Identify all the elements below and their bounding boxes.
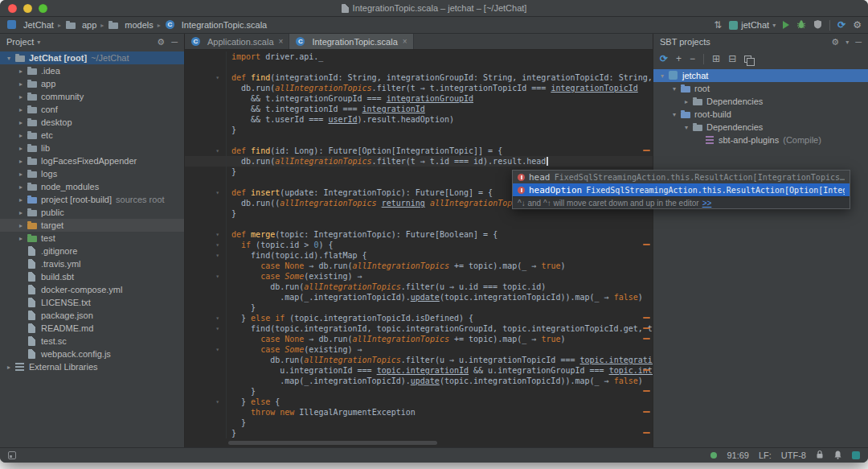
code-line[interactable]: ▾ case Some(existing) ⇒ [185, 344, 653, 355]
gear-icon[interactable]: ⚙ [831, 37, 839, 47]
file-encoding[interactable]: UTF-8 [781, 450, 806, 460]
sbt-tree-item[interactable]: ▸Dependencies [653, 95, 868, 108]
fold-arrow-icon[interactable]: ▾ [185, 271, 227, 282]
expand-arrow-icon[interactable]: ▸ [15, 119, 27, 126]
close-tab-icon[interactable]: × [403, 37, 407, 46]
fold-arrow-icon[interactable]: ▾ [185, 146, 227, 156]
expand-arrow-icon[interactable]: ▸ [15, 183, 27, 191]
code-line[interactable] [185, 219, 653, 229]
completion-item[interactable]: headFixedSqlStreamingAction.this.ResultA… [513, 171, 850, 183]
collapse-arrow-icon[interactable]: ▾ [3, 55, 14, 62]
fold-arrow-icon[interactable]: ▾ [185, 229, 227, 240]
error-stripe-mark[interactable] [643, 432, 650, 434]
fold-arrow-icon[interactable]: ▾ [185, 397, 227, 407]
event-log-icon[interactable] [852, 451, 860, 459]
code-line[interactable]: throw new IllegalArgumentException [185, 407, 653, 418]
project-tree-item[interactable]: ▸desktop [0, 116, 184, 129]
error-stripe-mark[interactable] [643, 390, 650, 392]
code-line[interactable]: ▾def find(integrationId: String, integra… [185, 72, 653, 83]
expand-arrow-icon[interactable]: ▸ [15, 209, 27, 216]
zoom-window-button[interactable] [39, 4, 47, 13]
fold-arrow-icon[interactable]: ▾ [185, 240, 227, 250]
code-line[interactable]: .map(_.integrationTopicId).update(topic.… [185, 292, 653, 302]
expand-arrow-icon[interactable]: ▸ [15, 68, 27, 75]
caret-position[interactable]: 91:69 [727, 450, 749, 460]
code-line[interactable] [185, 135, 653, 146]
remove-icon[interactable]: − [690, 54, 695, 64]
code-line[interactable]: } [185, 428, 653, 438]
debug-button[interactable] [796, 19, 806, 31]
expand-arrow-icon[interactable]: ▸ [15, 171, 27, 178]
collapse-arrow-icon[interactable]: ▾ [681, 124, 692, 131]
code-line[interactable]: && t.integrationGroupId === integrationG… [185, 93, 653, 104]
sbt-tree-item[interactable]: sbt-and-plugins(Compile) [653, 134, 868, 146]
project-tree-item[interactable]: webpack.config.js [0, 348, 184, 360]
refresh-icon[interactable]: ⟳ [660, 54, 668, 64]
editor-tab[interactable]: IntegrationTopic.scala× [289, 34, 413, 49]
project-tree-item[interactable]: ▸node_modules [0, 180, 184, 193]
editor-tab[interactable]: Application.scala× [185, 34, 289, 49]
fold-arrow-icon[interactable]: ▾ [185, 313, 227, 323]
breadcrumb-item[interactable]: models [108, 20, 153, 30]
project-tree-item[interactable]: README.md [0, 322, 184, 335]
gear-icon[interactable]: ⚙ [157, 37, 165, 47]
error-stripe-mark[interactable] [643, 327, 650, 329]
readonly-lock-icon[interactable] [816, 450, 824, 461]
code-line[interactable]: u.integrationId === topic.integrationId … [185, 365, 653, 376]
error-stripe-mark[interactable] [643, 338, 650, 339]
project-tree-item[interactable]: ▸.idea [0, 64, 184, 77]
fold-arrow-icon[interactable]: ▾ [185, 250, 227, 261]
expand-arrow-icon[interactable]: ▸ [681, 98, 692, 105]
expand-arrow-icon[interactable]: ▸ [15, 80, 27, 88]
expand-arrow-icon[interactable]: ▸ [15, 145, 27, 152]
expand-arrow-icon[interactable]: ▸ [15, 132, 27, 139]
project-tree-item[interactable]: ▸community [0, 90, 184, 103]
code-line[interactable]: && t.integrationId === integrationId [185, 104, 653, 114]
collapse-arrow-icon[interactable]: ▾ [669, 85, 680, 93]
expand-arrow-icon[interactable]: ▸ [15, 196, 27, 204]
project-tree-item[interactable]: LICENSE.txt [0, 296, 184, 309]
code-line[interactable]: case None ⇒ db.run(allIntegrationTopics … [185, 261, 653, 271]
line-separator[interactable]: LF: [759, 450, 772, 460]
error-stripe-mark[interactable] [643, 411, 650, 413]
breadcrumb-item[interactable]: JetChat [6, 20, 54, 30]
sbt-tree-item[interactable]: ▾root-build [653, 108, 868, 121]
coverage-button[interactable] [813, 19, 822, 31]
project-tree-item[interactable]: ▸target [0, 219, 184, 232]
close-window-button[interactable] [8, 4, 17, 13]
code-line[interactable]: ▾ } else if (topic.integrationTopicId.is… [185, 313, 653, 323]
completion-item[interactable]: headOptionFixedSqlStreamingAction.this.R… [513, 183, 850, 196]
collapse-arrow-icon[interactable]: ▾ [669, 111, 680, 118]
project-tree-item[interactable]: build.sbt [0, 270, 184, 283]
sbt-refresh-icon[interactable]: ⟳ [837, 20, 845, 30]
error-stripe-mark[interactable] [643, 369, 650, 371]
code-line[interactable]: ▾ case Some(existing) ⇒ [185, 271, 653, 282]
notifications-bell-icon[interactable] [833, 450, 842, 461]
code-line[interactable]: .map(_.integrationTopicId).update(topic.… [185, 376, 653, 386]
project-tree-item[interactable]: ▸app [0, 77, 184, 90]
completion-hint-link[interactable]: >> [702, 199, 712, 208]
code-line[interactable]: } [185, 208, 653, 219]
minimize-window-button[interactable] [23, 4, 32, 13]
expand-arrow-icon[interactable]: ▸ [15, 158, 27, 165]
code-line[interactable]: db.run(allIntegrationTopics.filter(t ⇒ t… [185, 83, 653, 93]
sbt-tree-item[interactable]: ▾Dependencies [653, 121, 868, 134]
project-tree-item[interactable]: ▸logFacesFixedAppender [0, 154, 184, 167]
sbt-panel-title[interactable]: SBT projects [660, 37, 710, 47]
error-stripe-mark[interactable] [643, 317, 650, 319]
settings-gear-icon[interactable]: ⚙ [853, 20, 862, 30]
project-tree-item[interactable]: ▸public [0, 206, 184, 219]
toolwindow-toggle-icon[interactable] [8, 451, 16, 459]
code-line[interactable]: db.run(allIntegrationTopics.filter(u ⇒ u… [185, 355, 653, 365]
code-line[interactable]: ▾def merge(topic: IntegrationTopic): Fut… [185, 229, 653, 240]
expand-arrow-icon[interactable]: ▸ [3, 364, 14, 371]
project-tree-item[interactable]: ▸lib [0, 142, 184, 154]
project-tree-item[interactable]: .travis.yml [0, 257, 184, 270]
expand-arrow-icon[interactable]: ▸ [15, 222, 27, 229]
project-tree-item[interactable]: ▸project [root-build]sources root [0, 193, 184, 206]
code-line[interactable]: ▾ if (topic.id > 0) { [185, 240, 653, 250]
horizontal-scrollbar[interactable] [228, 441, 437, 445]
error-stripe-mark[interactable] [643, 244, 650, 245]
code-line[interactable]: import driver.api._ [185, 51, 653, 62]
expand-all-icon[interactable]: ⊞ [712, 54, 720, 64]
